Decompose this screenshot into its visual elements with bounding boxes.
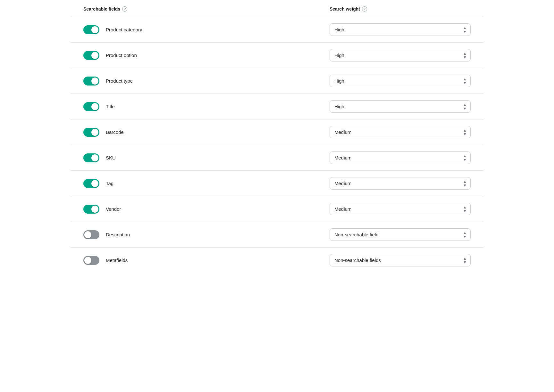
field-row-product-category: Product categoryHighMediumLowNon-searcha… (71, 17, 483, 43)
search-weight-help-icon[interactable]: ? (362, 6, 367, 12)
select-title[interactable]: HighMediumLowNon-searchable field (330, 100, 471, 113)
search-weight-header: Search weight ? (330, 6, 471, 12)
toggle-title[interactable] (83, 102, 99, 111)
searchable-fields-header: Searchable fields ? (83, 6, 330, 12)
toggle-barcode[interactable] (83, 128, 99, 137)
field-label-metafields: Metafields (106, 257, 128, 263)
field-label-description: Description (106, 232, 130, 237)
field-row-product-option: Product optionHighMediumLowNon-searchabl… (71, 43, 483, 68)
select-description[interactable]: HighMediumLowNon-searchable field (330, 228, 471, 241)
field-row-tag: TagHighMediumLowNon-searchable field▲▼ (71, 171, 483, 196)
field-label-vendor: Vendor (106, 206, 121, 212)
select-metafields[interactable]: HighMediumLowNon-searchable fields (330, 254, 471, 266)
field-label-product-category: Product category (106, 27, 142, 32)
toggle-product-type[interactable] (83, 77, 99, 86)
field-label-product-type: Product type (106, 78, 133, 84)
select-wrapper-product-option: HighMediumLowNon-searchable field▲▼ (330, 49, 471, 61)
select-vendor[interactable]: HighMediumLowNon-searchable field (330, 203, 471, 215)
select-wrapper-product-category: HighMediumLowNon-searchable field▲▼ (330, 23, 471, 36)
select-wrapper-product-type: HighMediumLowNon-searchable field▲▼ (330, 75, 471, 87)
field-row-sku: SKUHighMediumLowNon-searchable field▲▼ (71, 145, 483, 171)
select-wrapper-sku: HighMediumLowNon-searchable field▲▼ (330, 151, 471, 164)
field-label-title: Title (106, 104, 115, 109)
select-wrapper-title: HighMediumLowNon-searchable field▲▼ (330, 100, 471, 113)
select-wrapper-metafields: HighMediumLowNon-searchable fields▲▼ (330, 254, 471, 266)
select-wrapper-vendor: HighMediumLowNon-searchable field▲▼ (330, 203, 471, 215)
select-product-option[interactable]: HighMediumLowNon-searchable field (330, 49, 471, 61)
toggle-description[interactable] (83, 230, 99, 239)
toggle-vendor[interactable] (83, 205, 99, 214)
select-wrapper-tag: HighMediumLowNon-searchable field▲▼ (330, 177, 471, 190)
field-row-vendor: VendorHighMediumLowNon-searchable field▲… (71, 196, 483, 222)
search-weight-label: Search weight (330, 6, 360, 12)
field-row-title: TitleHighMediumLowNon-searchable field▲▼ (71, 94, 483, 119)
field-row-metafields: MetafieldsHighMediumLowNon-searchable fi… (71, 248, 483, 273)
select-product-category[interactable]: HighMediumLowNon-searchable field (330, 23, 471, 36)
field-row-barcode: BarcodeHighMediumLowNon-searchable field… (71, 119, 483, 145)
select-barcode[interactable]: HighMediumLowNon-searchable field (330, 126, 471, 138)
toggle-tag[interactable] (83, 179, 99, 188)
searchable-fields-label: Searchable fields (83, 6, 120, 12)
select-sku[interactable]: HighMediumLowNon-searchable field (330, 151, 471, 164)
field-label-sku: SKU (106, 155, 116, 160)
searchable-fields-help-icon[interactable]: ? (122, 6, 127, 12)
field-label-product-option: Product option (106, 53, 137, 58)
toggle-product-category[interactable] (83, 25, 99, 34)
table-header: Searchable fields ? Search weight ? (71, 0, 483, 17)
field-row-description: DescriptionHighMediumLowNon-searchable f… (71, 222, 483, 248)
field-row-product-type: Product typeHighMediumLowNon-searchable … (71, 68, 483, 94)
field-label-tag: Tag (106, 181, 113, 186)
toggle-product-option[interactable] (83, 51, 99, 60)
toggle-metafields[interactable] (83, 256, 99, 265)
field-label-barcode: Barcode (106, 129, 124, 135)
select-wrapper-barcode: HighMediumLowNon-searchable field▲▼ (330, 126, 471, 138)
select-product-type[interactable]: HighMediumLowNon-searchable field (330, 75, 471, 87)
select-wrapper-description: HighMediumLowNon-searchable field▲▼ (330, 228, 471, 241)
select-tag[interactable]: HighMediumLowNon-searchable field (330, 177, 471, 190)
toggle-sku[interactable] (83, 153, 99, 162)
